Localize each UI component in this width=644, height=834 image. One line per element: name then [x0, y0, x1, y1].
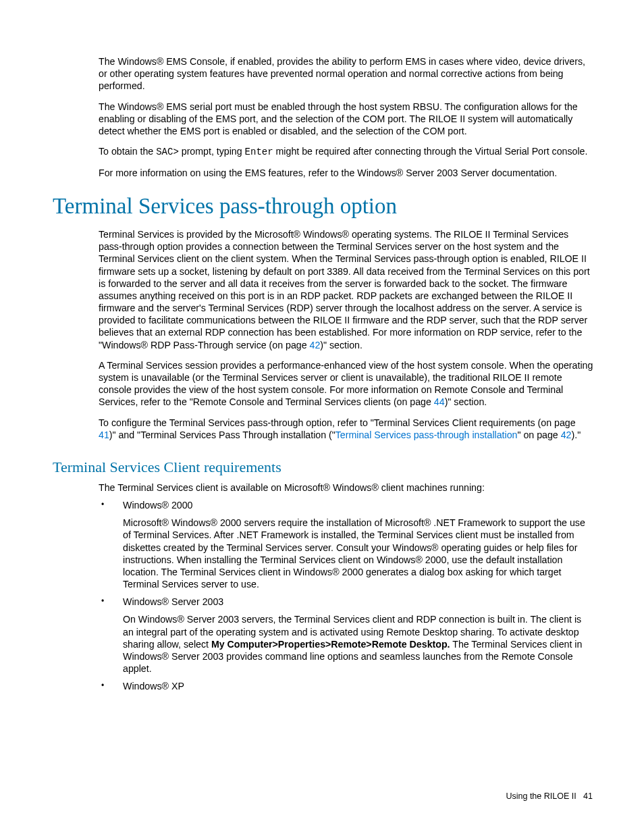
- text-fragment: might be required after connecting throu…: [273, 146, 588, 157]
- text-fragment: )" section.: [445, 396, 487, 407]
- heading-ts-client-requirements: Terminal Services Client requirements: [53, 459, 594, 476]
- list-item-body: Microsoft® Windows® 2000 servers require…: [123, 517, 594, 590]
- paragraph-ems-console: The Windows® EMS Console, if enabled, pr…: [99, 55, 594, 93]
- page-link-41[interactable]: 41: [99, 429, 109, 440]
- list-item-winxp: Windows® XP: [99, 680, 594, 692]
- list-item-win2000: Windows® 2000 Microsoft® Windows® 2000 s…: [99, 499, 594, 590]
- link-ts-passthrough-install[interactable]: Terminal Services pass-through installat…: [336, 429, 518, 440]
- paragraph-sac-prompt: To obtain the SAC> prompt, typing Enter …: [99, 145, 594, 159]
- code-enter: Enter: [245, 147, 273, 157]
- page-link-42[interactable]: 42: [310, 340, 321, 350]
- page-footer: Using the RILOE II 41: [506, 791, 593, 801]
- text-fragment: ).": [571, 429, 581, 440]
- page-link-44[interactable]: 44: [434, 396, 445, 407]
- list-item-body: On Windows® Server 2003 servers, the Ter…: [123, 613, 594, 675]
- text-fragment: )" and "Terminal Services Pass Through i…: [109, 429, 336, 440]
- paragraph-ts-intro: Terminal Services is provided by the Mic…: [99, 228, 594, 351]
- list-item-title: Windows® 2000: [123, 499, 594, 511]
- footer-page-number: 41: [583, 791, 593, 801]
- page-content: The Windows® EMS Console, if enabled, pr…: [0, 0, 644, 731]
- list-item-title: Windows® XP: [123, 680, 594, 692]
- heading-terminal-services-passthrough: Terminal Services pass-through option: [53, 194, 594, 219]
- text-fragment: A Terminal Services session provides a p…: [99, 360, 593, 408]
- menu-path-bold: My Computer>Properties>Remote>Remote Des…: [211, 639, 450, 650]
- text-fragment: To configure the Terminal Services pass-…: [99, 417, 576, 428]
- page-link-42b[interactable]: 42: [561, 429, 572, 440]
- code-sac: SAC>: [156, 147, 179, 157]
- text-fragment: )" section.: [320, 340, 363, 350]
- paragraph-ts-client-intro: The Terminal Services client is availabl…: [99, 481, 594, 494]
- list-item-winserver2003: Windows® Server 2003 On Windows® Server …: [99, 596, 594, 675]
- requirements-list: Windows® 2000 Microsoft® Windows® 2000 s…: [99, 499, 594, 692]
- paragraph-ts-session: A Terminal Services session provides a p…: [99, 359, 594, 409]
- footer-section-title: Using the RILOE II: [506, 791, 576, 801]
- paragraph-ems-port: The Windows® EMS serial port must be ena…: [99, 101, 594, 138]
- text-fragment: " on page: [517, 429, 560, 440]
- text-fragment: To obtain the: [99, 146, 156, 157]
- list-item-title: Windows® Server 2003: [123, 596, 594, 608]
- text-fragment: Terminal Services is provided by the Mic…: [99, 229, 590, 350]
- paragraph-ts-configure: To configure the Terminal Services pass-…: [99, 417, 594, 441]
- text-fragment: prompt, typing: [179, 146, 245, 157]
- paragraph-ems-info: For more information on using the EMS fe…: [99, 167, 594, 179]
